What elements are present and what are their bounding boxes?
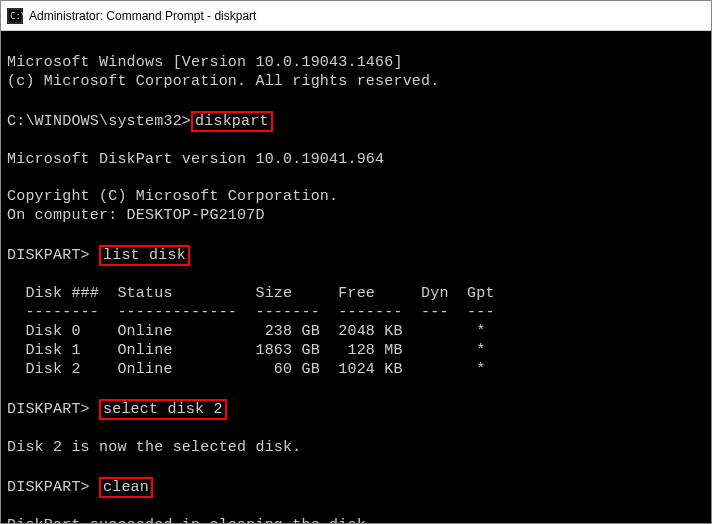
window-titlebar[interactable]: C:\ Administrator: Command Prompt - disk… [1,1,711,31]
msg-selected: Disk 2 is now the selected disk. [7,439,301,456]
diskpart-prompt: DISKPART> [7,247,99,264]
copyright-line: (c) Microsoft Corporation. All rights re… [7,73,439,90]
disk-row-2: Disk 2 Online 60 GB 1024 KB * [7,361,485,378]
cmd-select-disk: select disk 2 [99,399,227,420]
system32-prompt: C:\WINDOWS\system32> [7,113,191,130]
diskpart-copyright: Copyright (C) Microsoft Corporation. [7,188,338,205]
disk-row-0: Disk 0 Online 238 GB 2048 KB * [7,323,485,340]
cmd-clean: clean [99,477,153,498]
svg-text:C:\: C:\ [10,11,23,21]
cmd-list-disk: list disk [99,245,190,266]
msg-clean: DiskPart succeeded in cleaning the disk. [7,517,375,524]
window-title: Administrator: Command Prompt - diskpart [29,9,256,23]
diskpart-prompt: DISKPART> [7,479,99,496]
diskpart-version: Microsoft DiskPart version 10.0.19041.96… [7,151,384,168]
cmd-icon: C:\ [7,8,23,24]
diskpart-computer: On computer: DESKTOP-PG2107D [7,207,265,224]
diskpart-prompt: DISKPART> [7,401,99,418]
disk-table-sep: -------- ------------- ------- ------- -… [7,304,495,321]
cmd-diskpart: diskpart [191,111,273,132]
os-version-line: Microsoft Windows [Version 10.0.19043.14… [7,54,403,71]
terminal-output[interactable]: Microsoft Windows [Version 10.0.19043.14… [1,31,711,524]
disk-table-header: Disk ### Status Size Free Dyn Gpt [7,285,495,302]
disk-row-1: Disk 1 Online 1863 GB 128 MB * [7,342,485,359]
